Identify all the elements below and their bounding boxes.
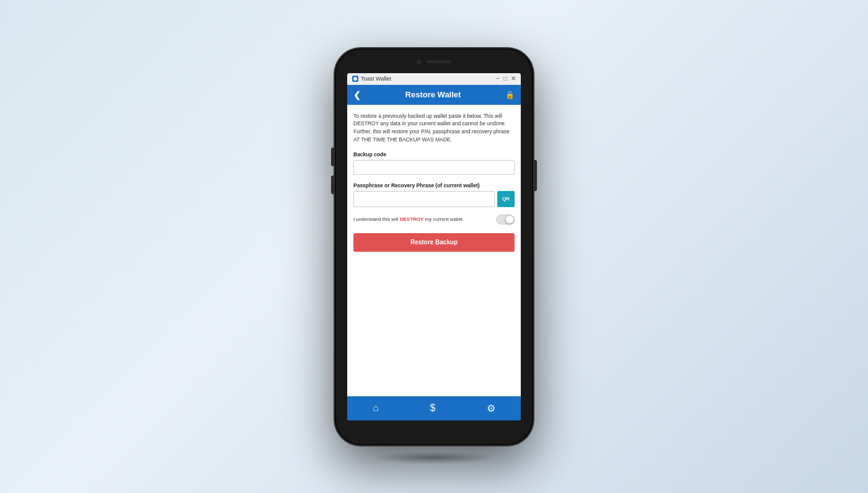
phone-device: Toast Wallet − □ ✕ ❮ Restore Wallet 🔒 To…: [335, 48, 533, 445]
phone-shadow: [372, 451, 496, 464]
qr-button[interactable]: QR: [497, 191, 515, 207]
phone-screen: Toast Wallet − □ ✕ ❮ Restore Wallet 🔒 To…: [347, 73, 521, 420]
window-controls: − □ ✕: [496, 76, 516, 82]
volume-up-button: [331, 148, 334, 166]
close-button[interactable]: ✕: [511, 76, 516, 82]
page-title: Restore Wallet: [405, 90, 461, 99]
minimize-button[interactable]: −: [496, 76, 500, 82]
app-header: ❮ Restore Wallet 🔒: [347, 85, 521, 105]
window-chrome: Toast Wallet − □ ✕: [347, 73, 521, 85]
home-nav-button[interactable]: ⌂: [373, 402, 379, 414]
passphrase-input[interactable]: [353, 191, 495, 207]
understand-text-before: I understand this will: [353, 216, 400, 222]
destroy-toggle[interactable]: [496, 215, 515, 224]
dollar-nav-button[interactable]: $: [430, 402, 435, 414]
app-icon: [352, 76, 358, 82]
lock-icon: 🔒: [505, 91, 515, 99]
understand-text-after: my current wallet.: [423, 216, 464, 222]
power-button: [534, 160, 537, 191]
description-text: To restore a previously backed up wallet…: [353, 112, 515, 144]
back-button[interactable]: ❮: [353, 90, 361, 100]
settings-nav-button[interactable]: ⚙: [487, 402, 495, 414]
maximize-button[interactable]: □: [503, 76, 507, 82]
volume-down-button: [331, 175, 334, 194]
window-title: Toast Wallet: [361, 76, 391, 82]
window-title-area: Toast Wallet: [352, 76, 391, 82]
backup-code-label: Backup code: [353, 151, 515, 158]
passphrase-label: Passphrase or Recovery Phrase (of curren…: [353, 182, 515, 189]
bottom-nav: ⌂ $ ⚙: [347, 396, 521, 420]
phone-notch: [417, 60, 451, 64]
passphrase-row: QR: [353, 191, 515, 207]
backup-code-input[interactable]: [353, 160, 515, 175]
destroy-text: DESTROY: [400, 216, 424, 222]
camera-icon: [417, 60, 422, 64]
restore-backup-button[interactable]: Restore Backup: [353, 233, 515, 252]
understand-row: I understand this will DESTROY my curren…: [353, 215, 515, 224]
understand-text: I understand this will DESTROY my curren…: [353, 216, 492, 222]
toggle-knob: [505, 215, 514, 224]
app-content: To restore a previously backed up wallet…: [347, 105, 521, 396]
speaker-icon: [427, 60, 451, 63]
